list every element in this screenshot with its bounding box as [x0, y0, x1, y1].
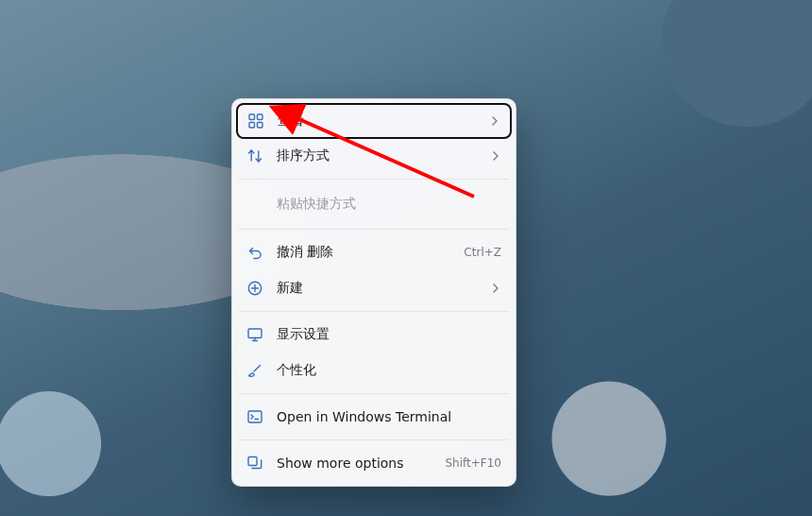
terminal-icon [246, 408, 263, 425]
menu-item-label: Open in Windows Terminal [277, 409, 501, 424]
menu-item-shortcut: Ctrl+Z [464, 246, 501, 259]
separator [239, 229, 509, 230]
chevron-right-icon [489, 115, 500, 127]
menu-item-new[interactable]: 新建 [237, 270, 511, 306]
chevron-right-icon [490, 150, 501, 162]
plus-circle-icon [246, 280, 263, 297]
menu-item-label: 排序方式 [277, 147, 477, 164]
menu-item-label: 粘贴快捷方式 [277, 196, 501, 213]
menu-item-label: Show more options [277, 456, 431, 471]
svg-rect-10 [248, 411, 262, 422]
undo-icon [246, 244, 263, 261]
menu-item-undo[interactable]: 撤消 删除 Ctrl+Z [237, 234, 511, 270]
separator [239, 439, 509, 440]
menu-item-paste-shortcut: 粘贴快捷方式 [237, 184, 511, 224]
context-menu: 查看 排序方式 粘贴快捷方式 撤消 删除 Ctrl+Z [231, 98, 516, 487]
svg-rect-12 [248, 457, 257, 466]
menu-item-terminal[interactable]: Open in Windows Terminal [237, 399, 511, 435]
menu-item-more-options[interactable]: Show more options Shift+F10 [237, 445, 511, 481]
menu-item-label: 撤消 删除 [277, 244, 450, 261]
svg-rect-2 [249, 123, 255, 129]
more-options-icon [246, 455, 263, 472]
svg-rect-0 [249, 114, 255, 120]
display-icon [246, 326, 263, 343]
menu-item-display-settings[interactable]: 显示设置 [237, 317, 511, 353]
svg-rect-3 [258, 123, 263, 129]
menu-item-sort[interactable]: 排序方式 [237, 138, 511, 174]
sort-icon [246, 147, 263, 164]
menu-item-personalize[interactable]: 个性化 [237, 353, 511, 388]
menu-item-label: 个性化 [277, 362, 501, 379]
svg-rect-7 [248, 329, 262, 338]
view-grid-icon [247, 112, 264, 129]
brush-icon [246, 362, 263, 379]
menu-item-shortcut: Shift+F10 [445, 456, 501, 470]
chevron-right-icon [490, 283, 501, 294]
menu-item-label: 显示设置 [277, 326, 501, 343]
menu-item-label: 查看 [278, 112, 476, 129]
menu-item-view[interactable]: 查看 [236, 103, 512, 139]
separator [239, 393, 509, 394]
svg-rect-1 [258, 114, 263, 120]
separator [239, 311, 509, 312]
separator [239, 179, 509, 180]
menu-item-label: 新建 [277, 280, 477, 297]
